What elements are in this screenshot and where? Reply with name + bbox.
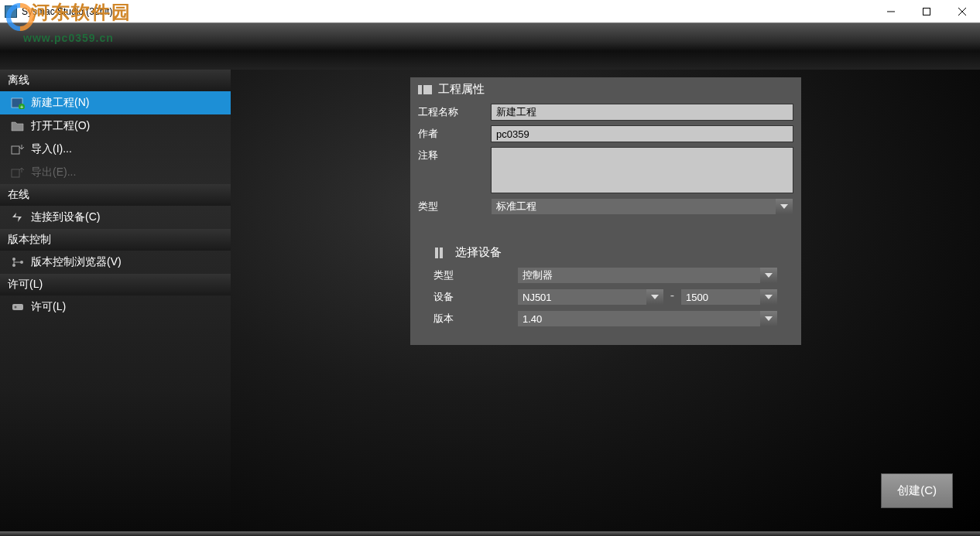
sidebar-item-new-project[interactable]: + 新建工程(N): [0, 91, 231, 114]
select-device-variant[interactable]: 1500: [680, 288, 778, 306]
label-device: 设备: [433, 290, 517, 304]
sidebar: 离线 + 新建工程(N) 打开工程(O) 导入(I)... 导出(E)... 在: [0, 70, 231, 531]
titlebar: Sysmac Studio (32bit): [0, 0, 980, 23]
create-button[interactable]: 创建(C): [881, 473, 953, 508]
maximize-button[interactable]: [909, 0, 944, 23]
svg-rect-7: [12, 146, 19, 154]
chevron-down-icon: [760, 311, 777, 326]
import-icon: [11, 143, 25, 155]
chevron-down-icon: [760, 289, 777, 305]
window-title: Sysmac Studio (32bit): [22, 6, 112, 17]
select-version[interactable]: 1.40: [517, 310, 778, 327]
svg-rect-17: [440, 248, 443, 258]
version-icon: [11, 256, 25, 268]
sidebar-item-label: 导入(I)...: [31, 142, 72, 156]
sidebar-header-offline: 离线: [0, 70, 231, 91]
sidebar-item-export: 导出(E)...: [0, 161, 231, 184]
label-author: 作者: [418, 125, 491, 141]
svg-rect-14: [418, 85, 422, 94]
content-area: 工程属性 工程名称 作者 注释 类型 标准工程: [231, 70, 980, 531]
chevron-down-icon: [776, 199, 793, 214]
sidebar-item-label: 许可(L): [31, 300, 66, 314]
statusbar: [0, 531, 980, 536]
export-icon: [11, 166, 25, 179]
svg-rect-1: [923, 8, 930, 15]
close-button[interactable]: [944, 0, 980, 23]
label-version: 版本: [433, 312, 517, 326]
input-comment[interactable]: [491, 147, 793, 193]
open-folder-icon: [11, 120, 25, 132]
sidebar-header-online: 在线: [0, 184, 231, 206]
device-icon: [433, 247, 447, 259]
sidebar-item-open-project[interactable]: 打开工程(O): [0, 114, 231, 138]
project-properties-panel: 工程属性 工程名称 作者 注释 类型 标准工程: [410, 77, 801, 345]
select-device-type[interactable]: 控制器: [517, 267, 778, 284]
panel-title-select-device: 选择设备: [410, 241, 801, 265]
new-project-icon: +: [11, 97, 25, 109]
input-author[interactable]: [491, 125, 793, 142]
license-icon: [11, 301, 25, 313]
chevron-down-icon: [646, 289, 663, 305]
svg-rect-8: [12, 169, 19, 177]
label-comment: 注释: [418, 147, 491, 162]
sidebar-item-label: 版本控制浏览器(V): [31, 255, 122, 269]
svg-rect-12: [12, 304, 23, 310]
svg-rect-16: [435, 248, 438, 258]
sidebar-header-version: 版本控制: [0, 229, 231, 251]
sidebar-item-label: 连接到设备(C): [31, 210, 100, 224]
sidebar-item-import[interactable]: 导入(I)...: [0, 138, 231, 161]
sidebar-item-version-browser[interactable]: 版本控制浏览器(V): [0, 251, 231, 274]
label-type: 类型: [418, 198, 491, 213]
svg-rect-15: [423, 85, 432, 94]
toolbar: [0, 23, 980, 70]
input-project-name[interactable]: [491, 104, 793, 121]
sidebar-item-label: 新建工程(N): [31, 96, 89, 110]
app-icon: [5, 5, 17, 18]
sidebar-item-label: 打开工程(O): [31, 119, 90, 133]
chevron-down-icon: [760, 268, 777, 283]
panel-title-project-properties: 工程属性: [410, 77, 801, 101]
sidebar-header-license: 许可(L): [0, 274, 231, 295]
svg-text:+: +: [20, 104, 24, 109]
label-device-type: 类型: [433, 268, 517, 282]
sidebar-item-license[interactable]: 许可(L): [0, 295, 231, 319]
minimize-button[interactable]: [873, 0, 909, 23]
connect-icon: [11, 211, 25, 224]
properties-icon: [418, 84, 432, 96]
label-project-name: 工程名称: [418, 104, 491, 119]
sidebar-item-label: 导出(E)...: [31, 166, 76, 179]
select-device-model[interactable]: NJ501: [517, 288, 664, 306]
sidebar-item-connect[interactable]: 连接到设备(C): [0, 206, 231, 229]
svg-point-13: [15, 306, 17, 309]
select-project-type[interactable]: 标准工程: [491, 198, 793, 215]
